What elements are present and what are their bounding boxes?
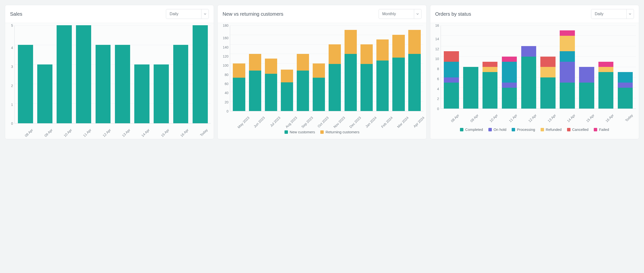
legend-onhold[interactable]: On hold: [488, 128, 506, 132]
bar-segment: [502, 88, 517, 108]
x-tick: 16 Apr: [596, 109, 616, 117]
y-tick: 180: [223, 24, 228, 27]
bar-segment: [376, 60, 389, 111]
y-tick: 2: [437, 97, 439, 100]
bar[interactable]: [540, 56, 555, 109]
bar[interactable]: [618, 72, 633, 108]
bar[interactable]: [281, 70, 293, 111]
customers-card-body: 180160140120100806040200May 2023Jun 2023…: [218, 23, 426, 139]
x-tick: 11 Apr: [500, 109, 519, 117]
y-tick: 60: [225, 82, 229, 86]
orders-period-select[interactable]: Daily: [591, 9, 634, 19]
bar[interactable]: [344, 30, 357, 111]
bar[interactable]: [76, 25, 91, 123]
legend-label: Returning customers: [326, 130, 359, 134]
y-tick: 12: [435, 47, 439, 51]
sales-period-select[interactable]: Daily: [166, 9, 209, 19]
bar[interactable]: [313, 64, 325, 111]
bar[interactable]: [408, 30, 421, 111]
bar[interactable]: [96, 45, 111, 123]
legend-failed[interactable]: Failed: [594, 128, 609, 132]
bar-segment: [502, 82, 517, 88]
bar-segment: [115, 45, 130, 123]
x-tick: Today: [616, 109, 635, 117]
bar[interactable]: [598, 62, 613, 108]
legend-processing[interactable]: Processing: [512, 128, 535, 132]
bar[interactable]: [173, 45, 188, 123]
bar[interactable]: [392, 35, 405, 111]
bar[interactable]: [502, 56, 517, 109]
bar[interactable]: [115, 45, 130, 123]
bar-segment: [233, 64, 245, 78]
bar[interactable]: [249, 54, 262, 111]
x-tick: May 2023: [231, 111, 247, 120]
bar[interactable]: [482, 62, 498, 108]
bar-segment: [297, 70, 309, 111]
bar[interactable]: [463, 67, 478, 108]
bar-segment: [192, 25, 208, 123]
bar[interactable]: [37, 64, 52, 123]
y-tick: 4: [11, 46, 13, 50]
sales-period-value: Daily: [166, 9, 201, 18]
customers-chart: 180160140120100806040200May 2023Jun 2023…: [220, 26, 423, 120]
y-tick: 140: [223, 46, 228, 49]
bar[interactable]: [560, 30, 575, 108]
x-tick: 09 Apr: [461, 109, 480, 117]
x-tick: Today: [190, 124, 210, 132]
bar-segment: [265, 74, 278, 111]
chevron-down-icon: [201, 9, 208, 18]
swatch-icon: [540, 128, 544, 131]
bar-segment: [579, 82, 594, 108]
legend-completed[interactable]: Completed: [460, 128, 483, 132]
bar[interactable]: [18, 45, 33, 123]
customers-card-header: New vs returning customers Monthly: [218, 5, 426, 23]
swatch-icon: [320, 130, 324, 134]
bar[interactable]: [579, 67, 594, 108]
bar-segment: [392, 35, 405, 58]
bar-segment: [154, 64, 169, 123]
bar-segment: [392, 58, 405, 111]
swatch-icon: [567, 128, 570, 131]
customers-period-select[interactable]: Monthly: [378, 9, 422, 19]
y-tick: 3: [11, 65, 13, 68]
sales-title: Sales: [10, 11, 22, 17]
bar-segment: [444, 51, 459, 62]
x-tick: 09 Apr: [35, 124, 54, 132]
bar[interactable]: [444, 51, 459, 108]
sales-chart: 54321008 Apr09 Apr10 Apr11 Apr12 Apr13 A…: [8, 26, 211, 132]
bar[interactable]: [192, 25, 208, 123]
bar-segment: [360, 44, 373, 64]
legend-new-customers[interactable]: New customers: [284, 130, 315, 134]
y-tick: 20: [225, 100, 229, 104]
bar-segment: [249, 70, 262, 111]
swatch-icon: [488, 128, 492, 131]
bar[interactable]: [134, 64, 150, 123]
bar-segment: [344, 54, 357, 111]
bar-segment: [313, 64, 325, 78]
bar[interactable]: [56, 25, 72, 123]
bar-segment: [502, 56, 517, 62]
sales-card: Sales Daily 54321008 Apr09 Apr10 Apr11 A…: [5, 5, 214, 139]
bar[interactable]: [297, 54, 309, 111]
legend-label: Failed: [599, 128, 609, 132]
bar[interactable]: [360, 44, 373, 111]
legend-returning-customers[interactable]: Returning customers: [320, 130, 359, 134]
bar-segment: [618, 82, 633, 88]
bar[interactable]: [376, 40, 389, 111]
bar-segment: [540, 56, 555, 67]
legend-refunded[interactable]: Refunded: [540, 128, 562, 132]
bar[interactable]: [328, 44, 341, 111]
bar-segment: [618, 88, 633, 108]
swatch-icon: [460, 128, 464, 131]
bar-segment: [598, 67, 613, 72]
bar[interactable]: [154, 64, 169, 123]
customers-card: New vs returning customers Monthly 18016…: [217, 5, 426, 139]
x-tick: 12 Apr: [93, 124, 112, 132]
swatch-icon: [512, 128, 515, 131]
bar-segment: [173, 45, 188, 123]
y-tick: 80: [225, 73, 229, 76]
legend-cancelled[interactable]: Cancelled: [567, 128, 588, 132]
bar[interactable]: [265, 58, 278, 111]
bar[interactable]: [521, 46, 536, 108]
bar[interactable]: [233, 64, 245, 111]
